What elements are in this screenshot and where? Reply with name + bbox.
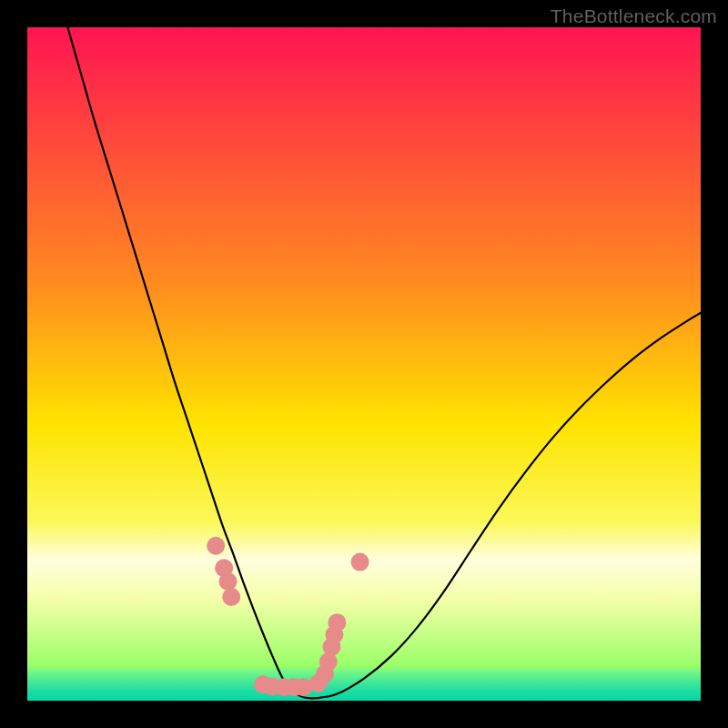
data-marker [351,553,369,571]
plot-area [27,27,701,701]
marker-group [207,537,369,696]
data-marker [219,572,238,591]
data-marker [328,613,346,632]
bottleneck-curve [27,27,701,701]
data-marker [222,588,240,606]
data-marker [207,537,225,555]
watermark-text: TheBottleneck.com [551,5,717,27]
